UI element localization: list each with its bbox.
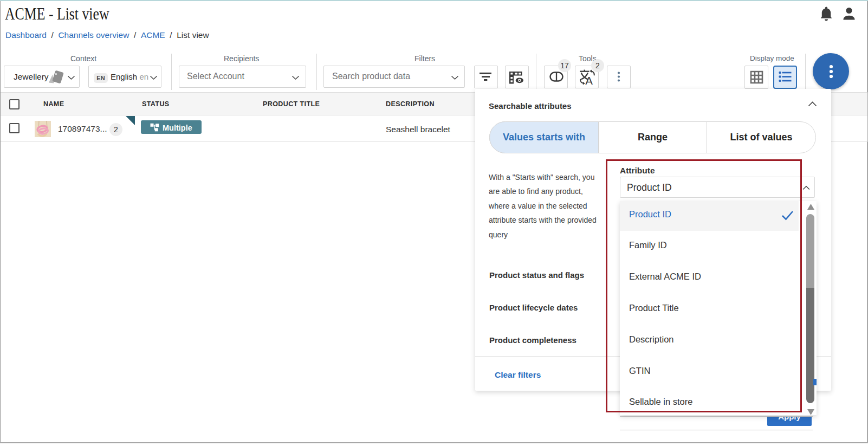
svg-text:A: A bbox=[585, 74, 593, 86]
